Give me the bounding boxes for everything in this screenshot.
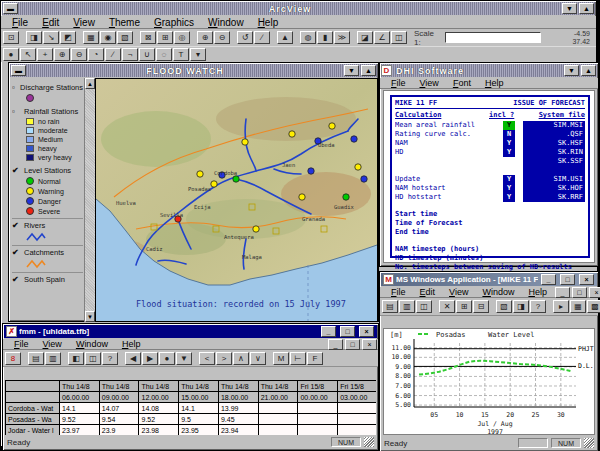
- menu-view[interactable]: View: [442, 287, 475, 297]
- delete-record-button[interactable]: ▼: [176, 352, 192, 365]
- maximize-button[interactable]: ▲: [361, 65, 376, 76]
- menu-theme[interactable]: Theme: [102, 17, 147, 28]
- mswin-titlebar[interactable]: M MS Windows Application - [MIKE 11 FF] …: [381, 273, 597, 286]
- arcview-titlebar[interactable]: ▬ ArcView ▼ ▲: [2, 2, 595, 15]
- zoom-in-button[interactable]: ⊕: [197, 31, 213, 44]
- vertex-edit-button[interactable]: +: [37, 48, 53, 61]
- draw-shape-button[interactable]: ∠: [374, 31, 390, 44]
- menu-edit[interactable]: Edit: [413, 287, 443, 297]
- value-cell[interactable]: 23.9: [99, 425, 139, 436]
- station-marker[interactable]: [253, 226, 259, 232]
- zoom-in-tool-button[interactable]: ⊕: [54, 48, 70, 61]
- open-button[interactable]: ▤: [382, 300, 398, 313]
- legend-group-header[interactable]: ▫Rainfall Stations: [12, 107, 83, 116]
- value-cell[interactable]: 23.97: [60, 425, 100, 436]
- area-of-interest-button[interactable]: ◪: [357, 31, 373, 44]
- value-cell[interactable]: 9.54: [99, 414, 139, 425]
- query-builder-button[interactable]: ▧: [117, 31, 133, 44]
- dhi-titlebar[interactable]: D DHI Software ▼ ▲: [381, 64, 597, 77]
- minimize-button[interactable]: ▼: [344, 65, 359, 76]
- value-cell[interactable]: [298, 403, 338, 414]
- zoom-out-tool-button[interactable]: ⊖: [71, 48, 87, 61]
- value-cell[interactable]: 9.45: [218, 414, 258, 425]
- insert-record-button[interactable]: ●: [159, 352, 175, 365]
- minimum-button[interactable]: ∨: [250, 352, 266, 365]
- legend-group-header[interactable]: ✔Catchments: [12, 248, 83, 257]
- menu-file[interactable]: File: [7, 339, 36, 349]
- open-table-button[interactable]: ▦: [83, 31, 99, 44]
- include-flag[interactable]: N: [503, 130, 515, 139]
- value-cell[interactable]: 14.07: [99, 403, 139, 414]
- legend-group-header[interactable]: ✔Level Stations: [12, 166, 83, 175]
- menu-help[interactable]: Help: [521, 287, 554, 297]
- checked-checkbox-icon[interactable]: ✔: [12, 166, 21, 175]
- maximize-button[interactable]: □: [340, 326, 355, 337]
- first-record-button[interactable]: ◀: [125, 352, 141, 365]
- menu-help[interactable]: Help: [115, 339, 148, 349]
- timeseries-table[interactable]: Thu 14/8Thu 14/8Thu 14/8Thu 14/8Thu 14/8…: [5, 380, 376, 435]
- copy-button[interactable]: ⊞: [456, 300, 472, 313]
- include-flag[interactable]: Y: [503, 184, 515, 193]
- station-marker[interactable]: [233, 176, 239, 182]
- menu-file[interactable]: File: [384, 78, 413, 88]
- legend-scrollbar[interactable]: ▲ ▼: [84, 78, 95, 322]
- value-cell[interactable]: 14.1: [179, 403, 219, 414]
- edit-mode-button[interactable]: M: [273, 352, 289, 365]
- include-flag[interactable]: [503, 166, 515, 175]
- legend-group-header[interactable]: ✔Rivers: [12, 221, 83, 230]
- station-marker[interactable]: [308, 168, 314, 174]
- text-tool-button[interactable]: T: [173, 48, 189, 61]
- value-cell[interactable]: 23.94: [218, 425, 258, 436]
- open-button[interactable]: ▤: [28, 352, 44, 365]
- close-button[interactable]: ×: [579, 274, 594, 285]
- paste-button[interactable]: ⊟: [473, 300, 489, 313]
- minimize-button[interactable]: ▼: [564, 65, 579, 76]
- value-cell[interactable]: [258, 414, 298, 425]
- step-back-button[interactable]: <: [199, 352, 215, 365]
- menu-view[interactable]: View: [36, 339, 69, 349]
- maximize-button[interactable]: □: [560, 274, 575, 285]
- print-button[interactable]: ◫: [416, 300, 432, 313]
- station-label-cell[interactable]: Jodar - Water l: [6, 425, 60, 436]
- child-close-button[interactable]: ×: [589, 287, 600, 298]
- checked-checkbox-icon[interactable]: ✔: [12, 248, 21, 257]
- measure-button[interactable]: ▮: [317, 31, 333, 44]
- hotlink-button[interactable]: ◍: [300, 31, 316, 44]
- include-flag[interactable]: Y: [503, 193, 515, 202]
- close-button[interactable]: ×: [359, 326, 374, 337]
- value-cell[interactable]: 23.95: [179, 425, 219, 436]
- identify-button[interactable]: ●: [3, 48, 19, 61]
- save-button[interactable]: ▥: [399, 300, 415, 313]
- scroll-down-icon[interactable]: ▼: [85, 311, 95, 322]
- help-button[interactable]: ?: [102, 352, 118, 365]
- app-button-button[interactable]: 8: [5, 352, 21, 365]
- help-button[interactable]: ?: [530, 300, 546, 313]
- clear-selection-button[interactable]: ▲: [277, 31, 293, 44]
- scale-input[interactable]: [445, 32, 541, 43]
- maximize-button[interactable]: ▲: [579, 3, 594, 14]
- menu-window[interactable]: Window: [475, 287, 521, 297]
- select-features-button[interactable]: ∕: [254, 31, 270, 44]
- last-record-button[interactable]: ▶: [142, 352, 158, 365]
- map-view[interactable]: CordobaPosadasSevillaGranadaMalagaJaenUb…: [95, 78, 378, 322]
- value-cell[interactable]: 9.52: [139, 414, 179, 425]
- unchecked-checkbox-icon[interactable]: ▫: [12, 83, 17, 92]
- menu-help[interactable]: Help: [251, 17, 286, 28]
- table-view-button[interactable]: ▩: [587, 300, 600, 313]
- station-marker[interactable]: [361, 176, 367, 182]
- font-button[interactable]: F: [307, 352, 323, 365]
- menu-view[interactable]: View: [66, 17, 102, 28]
- chart-button[interactable]: ▦: [570, 300, 586, 313]
- station-marker[interactable]: [197, 171, 203, 177]
- print-button[interactable]: ◫: [85, 352, 101, 365]
- zoom-out-button[interactable]: ⊖: [214, 31, 230, 44]
- save-button[interactable]: ▥: [45, 352, 61, 365]
- menu-graphics[interactable]: Graphics: [147, 17, 201, 28]
- include-flag[interactable]: Y: [503, 175, 515, 184]
- tablewin-titlebar[interactable]: ✗ fmm - [uhldata.tfb] _ □ ×: [4, 325, 377, 338]
- save-project-button[interactable]: ⊡: [3, 31, 19, 44]
- print-preview-button[interactable]: ◧: [68, 352, 84, 365]
- station-label-cell[interactable]: Posadas - Wa: [6, 414, 60, 425]
- child-restore-button[interactable]: □: [572, 287, 587, 298]
- measure-tool-button[interactable]: ∕: [105, 48, 121, 61]
